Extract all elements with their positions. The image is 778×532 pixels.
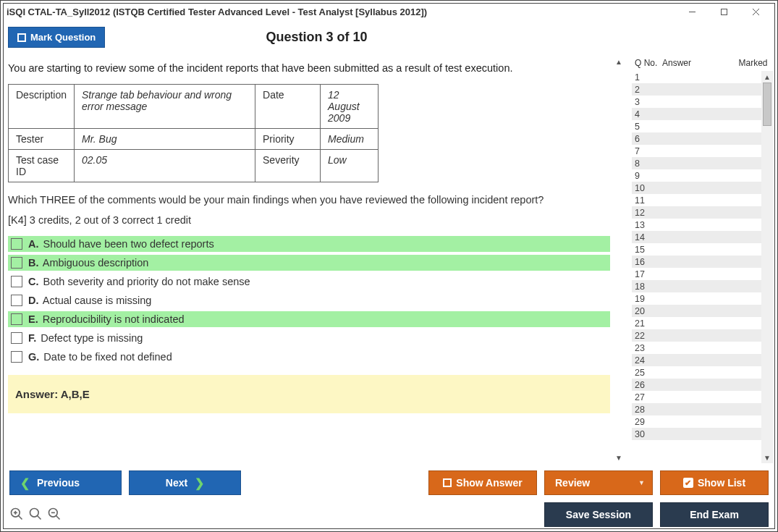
answer-option-e[interactable]: E. Reproducibility is not indicated — [8, 311, 610, 327]
question-number: 27 — [632, 392, 662, 402]
question-list-row[interactable]: 9 — [632, 169, 761, 182]
question-number: 6 — [632, 134, 662, 144]
show-list-button[interactable]: ✔ Show List — [660, 470, 769, 495]
cell-testcase-label: Test case ID — [9, 150, 75, 182]
close-icon[interactable] — [740, 1, 771, 22]
question-number: 24 — [632, 355, 662, 366]
question-list-row[interactable]: 23 — [632, 342, 761, 354]
end-exam-button[interactable]: End Exam — [660, 502, 769, 527]
question-list-row[interactable]: 3 — [632, 96, 761, 108]
question-list-row[interactable]: 28 — [632, 403, 761, 415]
zoom-out-icon[interactable] — [47, 507, 62, 523]
checkbox-icon[interactable] — [11, 332, 22, 344]
question-list-row[interactable]: 8 — [632, 157, 761, 169]
cell-tester-label: Tester — [9, 129, 75, 150]
question-list-row[interactable]: 18 — [632, 280, 761, 292]
question-list-row[interactable]: 1 — [632, 71, 761, 83]
question-list-row[interactable]: 14 — [632, 231, 761, 243]
question-list-row[interactable]: 12 — [632, 206, 761, 219]
question-list-row[interactable]: 20 — [632, 305, 761, 317]
option-letter: D. — [28, 295, 39, 306]
question-content: You are starting to review some of the i… — [8, 56, 613, 463]
question-number: 18 — [632, 282, 662, 292]
svg-point-8 — [30, 508, 39, 517]
minimize-icon[interactable] — [676, 1, 708, 22]
answer-option-a[interactable]: A. Should have been two defect reports — [8, 236, 610, 252]
scroll-down-icon[interactable]: ▼ — [615, 454, 622, 462]
option-letter: E. — [28, 313, 38, 325]
question-list-row[interactable]: 7 — [632, 145, 761, 157]
question-list-row[interactable]: 10 — [632, 182, 761, 194]
checkbox-icon[interactable] — [11, 238, 22, 250]
option-text: B. Ambiguous description — [28, 257, 148, 269]
question-list-row[interactable]: 4 — [632, 108, 761, 120]
question-list-row[interactable]: 13 — [632, 219, 761, 231]
question-prompt: Which THREE of the comments would be you… — [8, 194, 610, 206]
maximize-icon[interactable] — [708, 1, 740, 22]
zoom-in-icon[interactable] — [28, 507, 43, 523]
question-list-row[interactable]: 2 — [632, 83, 761, 96]
question-list-row[interactable]: 11 — [632, 194, 761, 206]
show-answer-button[interactable]: Show Answer — [428, 470, 537, 495]
question-list-row[interactable]: 15 — [632, 243, 761, 256]
question-number: 15 — [632, 245, 662, 255]
question-list-row[interactable]: 24 — [632, 354, 761, 366]
titlebar: iSQI CTAL-TA_Syll2012 (ISTQB Certified T… — [1, 1, 777, 22]
review-button[interactable]: Review ▼ — [544, 470, 653, 495]
question-list-row[interactable]: 19 — [632, 292, 761, 305]
question-number: 17 — [632, 269, 662, 279]
answer-option-g[interactable]: G. Date to be fixed not defined — [8, 349, 610, 365]
checkbox-icon[interactable] — [11, 295, 22, 306]
content-scrollbar[interactable]: ▲ ▼ — [613, 56, 625, 463]
question-list-row[interactable]: 17 — [632, 268, 761, 280]
answer-option-f[interactable]: F. Defect type is missing — [8, 330, 610, 346]
question-list-row[interactable]: 22 — [632, 329, 761, 342]
question-number: 13 — [632, 220, 662, 230]
svg-line-5 — [19, 515, 22, 519]
checkbox-icon[interactable] — [11, 276, 22, 287]
question-number: 22 — [632, 331, 662, 341]
question-list-row[interactable]: 27 — [632, 391, 761, 403]
next-button[interactable]: Next ❯ — [129, 470, 241, 495]
cell-priority-value: Medium — [321, 129, 379, 150]
cell-description-value: Strange tab behaviour and wrong error me… — [75, 85, 255, 129]
scroll-up-icon[interactable]: ▲ — [615, 58, 622, 66]
checkbox-icon[interactable] — [11, 313, 22, 325]
question-list-row[interactable]: 5 — [632, 120, 761, 132]
question-number: 12 — [632, 208, 662, 218]
next-label: Next — [166, 477, 187, 489]
question-list-row[interactable]: 25 — [632, 366, 761, 379]
question-list-row[interactable]: 16 — [632, 256, 761, 268]
question-number: 21 — [632, 318, 662, 329]
scrollbar-thumb[interactable] — [763, 83, 771, 126]
mark-question-button[interactable]: Mark Question — [8, 27, 105, 48]
cell-tester-value: Mr. Bug — [75, 129, 255, 150]
checkbox-icon[interactable] — [11, 257, 22, 269]
question-number: 3 — [632, 97, 662, 107]
zoom-reset-icon[interactable] — [9, 507, 24, 523]
scroll-up-icon[interactable]: ▲ — [764, 71, 771, 83]
svg-rect-1 — [721, 9, 727, 14]
end-exam-label: End Exam — [690, 509, 739, 520]
scroll-down-icon[interactable]: ▼ — [764, 452, 771, 463]
previous-button[interactable]: ❮ Previous — [9, 470, 122, 495]
save-session-button[interactable]: Save Session — [544, 502, 653, 527]
svg-line-9 — [38, 515, 41, 519]
question-list-row[interactable]: 29 — [632, 415, 761, 428]
option-text: F. Defect type is missing — [28, 332, 143, 344]
question-list-header: Q No. Answer Marked — [632, 56, 773, 71]
answer-option-d[interactable]: D. Actual cause is missing — [8, 292, 610, 308]
checkbox-icon[interactable] — [11, 351, 22, 363]
answer-option-b[interactable]: B. Ambiguous description — [8, 255, 610, 271]
question-list-rows[interactable]: 1234567891011121314151617181920212223242… — [632, 71, 761, 463]
save-session-label: Save Session — [566, 509, 631, 520]
question-list-row[interactable]: 6 — [632, 132, 761, 145]
question-list-row[interactable]: 30 — [632, 428, 761, 440]
cell-priority-label: Priority — [255, 129, 321, 150]
checkbox-icon — [17, 33, 26, 42]
option-text: G. Date to be fixed not defined — [28, 351, 172, 363]
question-list-scrollbar[interactable]: ▲ ▼ — [761, 71, 773, 463]
question-list-row[interactable]: 26 — [632, 379, 761, 391]
question-list-row[interactable]: 21 — [632, 317, 761, 329]
answer-option-c[interactable]: C. Both severity and priority do not mak… — [8, 274, 610, 290]
